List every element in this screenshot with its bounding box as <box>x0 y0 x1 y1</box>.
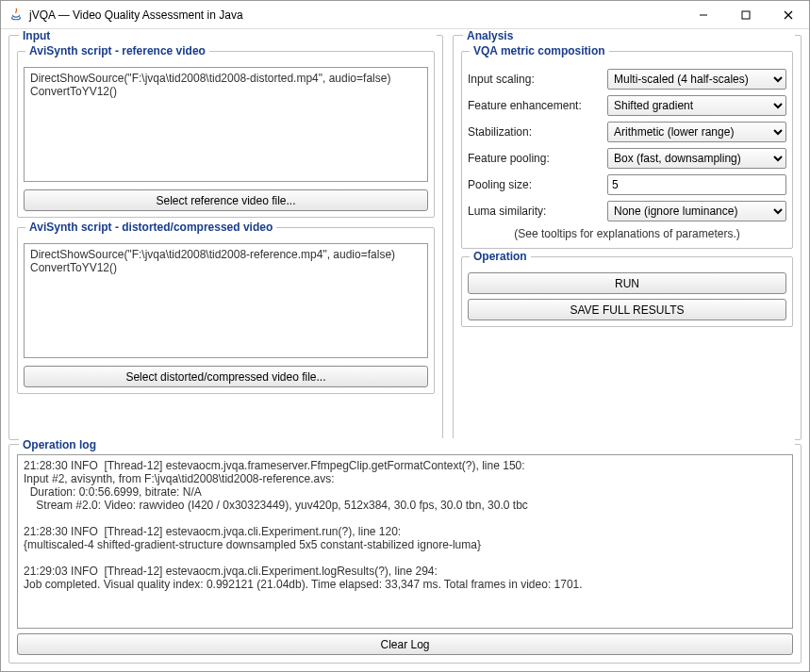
java-icon <box>8 8 24 23</box>
label-feature-enhancement: Feature enhancement: <box>468 99 600 112</box>
row-stabilization: Stabilization: Arithmetic (lower range) <box>468 122 786 142</box>
label-stabilization: Stabilization: <box>468 125 600 139</box>
input-panel: Input AviSynth script - reference video … <box>8 35 443 440</box>
select-distorted-button[interactable]: Select distorted/compressed video file..… <box>24 366 428 387</box>
input-legend: Input <box>19 29 437 42</box>
dist-legend: AviSynth script - distorted/compressed v… <box>25 221 276 234</box>
log-textarea[interactable]: 21:28:30 INFO [Thread-12] estevaocm.jvqa… <box>17 454 793 629</box>
row-feature-enhancement: Feature enhancement: Shifted gradient <box>468 95 786 116</box>
app-window: jVQA — Video Quality Assessment in Java … <box>0 0 810 672</box>
input-pooling-size[interactable] <box>607 174 786 195</box>
vqa-hint: (See tooltips for explanations of parame… <box>468 227 786 240</box>
minimize-button[interactable] <box>682 1 724 28</box>
dist-group: AviSynth script - distorted/compressed v… <box>17 227 435 394</box>
content-area: Input AviSynth script - reference video … <box>1 29 809 671</box>
close-button[interactable] <box>767 1 809 28</box>
vqa-group: VQA metric composition Input scaling: Mu… <box>461 51 793 249</box>
ref-group: AviSynth script - reference video Select… <box>17 51 435 218</box>
operation-group: Operation RUN SAVE FULL RESULTS <box>461 256 793 327</box>
row-input-scaling: Input scaling: Multi-scaled (4 half-scal… <box>468 69 786 90</box>
select-feature-enhancement[interactable]: Shifted gradient <box>607 95 786 116</box>
ref-script-textarea[interactable] <box>24 67 428 182</box>
oplog-panel: Operation log 21:28:30 INFO [Thread-12] … <box>8 444 802 664</box>
select-input-scaling[interactable]: Multi-scaled (4 half-scales) <box>607 69 786 90</box>
row-pooling-size: Pooling size: <box>468 174 786 195</box>
svg-rect-1 <box>742 11 750 19</box>
operation-legend: Operation <box>470 250 531 263</box>
ref-legend: AviSynth script - reference video <box>25 44 209 57</box>
maximize-button[interactable] <box>724 1 767 28</box>
vqa-legend: VQA metric composition <box>470 44 609 57</box>
run-button[interactable]: RUN <box>468 272 786 294</box>
analysis-panel: Analysis VQA metric composition Input sc… <box>453 35 802 440</box>
analysis-legend: Analysis <box>463 29 795 42</box>
select-feature-pooling[interactable]: Box (fast, downsampling) <box>607 148 786 169</box>
oplog-legend: Operation log <box>19 438 795 451</box>
label-pooling-size: Pooling size: <box>468 178 600 191</box>
clear-log-button[interactable]: Clear Log <box>17 633 793 655</box>
label-feature-pooling: Feature pooling: <box>468 152 600 165</box>
save-results-button[interactable]: SAVE FULL RESULTS <box>468 299 786 320</box>
label-luma-similarity: Luma similarity: <box>468 205 600 218</box>
select-luma-similarity[interactable]: None (ignore luminance) <box>607 201 786 221</box>
titlebar: jVQA — Video Quality Assessment in Java <box>1 1 809 29</box>
row-luma-similarity: Luma similarity: None (ignore luminance) <box>468 201 786 221</box>
window-title: jVQA — Video Quality Assessment in Java <box>29 8 682 22</box>
dist-script-textarea[interactable] <box>24 243 428 358</box>
window-buttons <box>682 1 809 28</box>
top-row: Input AviSynth script - reference video … <box>8 35 802 440</box>
select-reference-button[interactable]: Select reference video file... <box>24 189 428 211</box>
row-feature-pooling: Feature pooling: Box (fast, downsampling… <box>468 148 786 169</box>
select-stabilization[interactable]: Arithmetic (lower range) <box>607 122 786 142</box>
label-input-scaling: Input scaling: <box>468 73 600 86</box>
